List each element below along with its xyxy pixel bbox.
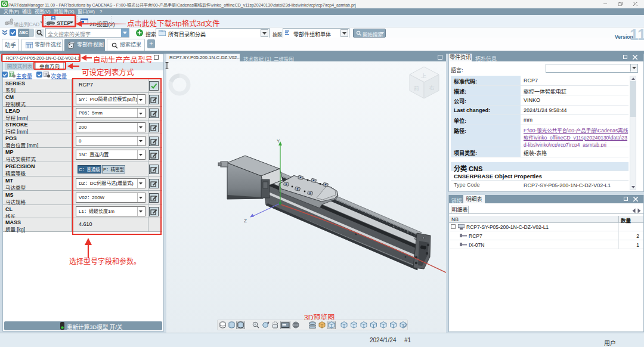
svg-text:Y: Y bbox=[277, 138, 280, 144]
svg-text:Z: Z bbox=[244, 218, 247, 224]
svg-text:上: 上 bbox=[421, 73, 426, 79]
svg-text:右: 右 bbox=[429, 85, 435, 91]
svg-text:前: 前 bbox=[414, 85, 419, 91]
